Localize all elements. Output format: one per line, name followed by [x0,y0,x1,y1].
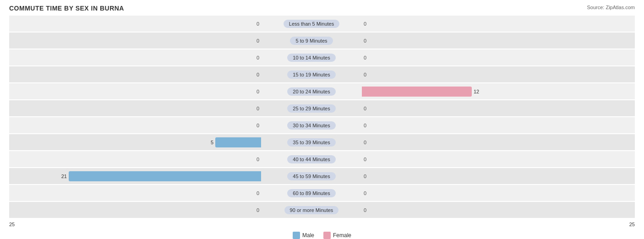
label-pill: 20 to 24 Minutes [287,87,335,96]
label-section: 60 to 89 Minutes [261,185,362,201]
label-section: 30 to 34 Minutes [261,117,362,133]
right-section: 0 [362,100,614,116]
female-zero-label: 0 [364,55,366,60]
female-zero-label: 0 [364,38,366,43]
male-zero-label: 0 [257,21,259,27]
label-pill: 90 or more Minutes [284,206,339,214]
label-section: 45 to 59 Minutes [261,168,362,184]
left-section: 21 [9,168,261,184]
left-section: 0 [9,202,261,218]
male-bar [215,137,261,147]
female-zero-label: 0 [364,140,366,145]
right-section: 0 [362,49,614,65]
right-section: 0 [362,66,614,82]
title-row: COMMUTE TIME BY SEX IN BURNA Source: Zip… [9,5,635,12]
male-value-label: 5 [211,140,213,145]
label-pill: 45 to 59 Minutes [287,172,335,180]
label-pill: 15 to 19 Minutes [287,71,335,79]
label-pill: Less than 5 Minutes [284,20,339,28]
legend-female: Female [323,232,351,239]
left-section: 0 [9,66,261,82]
left-section: 0 [9,117,261,133]
left-section: 0 [9,151,261,167]
chart-title: COMMUTE TIME BY SEX IN BURNA [9,5,124,12]
legend-male-label: Male [302,232,314,239]
chart-area: 0Less than 5 Minutes005 to 9 Minutes0010… [9,16,635,218]
label-section: 25 to 29 Minutes [261,100,362,116]
label-pill: 10 to 14 Minutes [287,54,335,62]
bar-row: 010 to 14 Minutes0 [9,49,635,65]
female-bar [362,87,472,97]
bar-row: 05 to 9 Minutes0 [9,33,635,49]
bar-row: 535 to 39 Minutes0 [9,134,635,150]
label-section: 40 to 44 Minutes [261,151,362,167]
male-zero-label: 0 [257,207,259,213]
female-zero-label: 0 [364,157,366,162]
right-section: 0 [362,16,614,32]
bar-row: 025 to 29 Minutes0 [9,100,635,116]
left-section: 5 [9,134,261,150]
female-zero-label: 0 [364,21,366,27]
left-section: 0 [9,49,261,65]
male-zero-label: 0 [257,123,259,128]
male-zero-label: 0 [257,72,259,77]
label-pill: 25 to 29 Minutes [287,104,335,113]
legend-male: Male [293,232,314,239]
male-value-label: 21 [61,174,67,179]
right-section: 0 [362,168,614,184]
label-pill: 5 to 9 Minutes [290,37,333,45]
bar-row: 060 to 89 Minutes0 [9,185,635,201]
right-section: 0 [362,151,614,167]
male-zero-label: 0 [257,55,259,60]
bar-row: 040 to 44 Minutes0 [9,151,635,167]
left-section: 0 [9,83,261,99]
bar-row: 2145 to 59 Minutes0 [9,168,635,184]
right-section: 0 [362,202,614,218]
right-section: 0 [362,134,614,150]
label-section: 15 to 19 Minutes [261,66,362,82]
left-section: 0 [9,33,261,49]
right-section: 0 [362,33,614,49]
left-section: 0 [9,185,261,201]
left-section: 0 [9,100,261,116]
male-zero-label: 0 [257,89,259,94]
label-pill: 30 to 34 Minutes [287,121,335,130]
label-section: 10 to 14 Minutes [261,49,362,65]
chart-container: COMMUTE TIME BY SEX IN BURNA Source: Zip… [0,0,644,239]
male-zero-label: 0 [257,190,259,196]
bar-row: 090 or more Minutes0 [9,202,635,218]
axis-right: 25 [383,222,635,227]
label-section: 5 to 9 Minutes [261,33,362,49]
axis-row: 25 25 [9,220,635,229]
axis-left: 25 [9,222,261,227]
legend-female-label: Female [333,232,351,239]
source-text: Source: ZipAtlas.com [587,5,635,10]
right-section: 0 [362,117,614,133]
male-bar [69,171,261,181]
male-zero-label: 0 [257,157,259,162]
male-zero-label: 0 [257,38,259,43]
left-section: 0 [9,16,261,32]
bar-row: 015 to 19 Minutes0 [9,66,635,82]
label-section: 20 to 24 Minutes [261,83,362,99]
label-pill: 60 to 89 Minutes [287,189,335,197]
female-zero-label: 0 [364,72,366,77]
right-section: 12 [362,83,614,99]
bar-row: 0Less than 5 Minutes0 [9,16,635,32]
female-zero-label: 0 [364,123,366,128]
bar-row: 030 to 34 Minutes0 [9,117,635,133]
axis-left-label: 25 [9,222,15,227]
female-zero-label: 0 [364,190,366,196]
bar-row: 020 to 24 Minutes12 [9,83,635,99]
female-value-label: 12 [474,89,479,94]
label-pill: 35 to 39 Minutes [287,138,335,147]
female-zero-label: 0 [364,106,366,111]
legend-row: Male Female [9,232,635,239]
male-zero-label: 0 [257,106,259,111]
label-section: Less than 5 Minutes [261,16,362,32]
female-zero-label: 0 [364,207,366,213]
label-section: 90 or more Minutes [261,202,362,218]
label-section: 35 to 39 Minutes [261,134,362,150]
right-section: 0 [362,185,614,201]
legend-male-box [293,232,300,239]
